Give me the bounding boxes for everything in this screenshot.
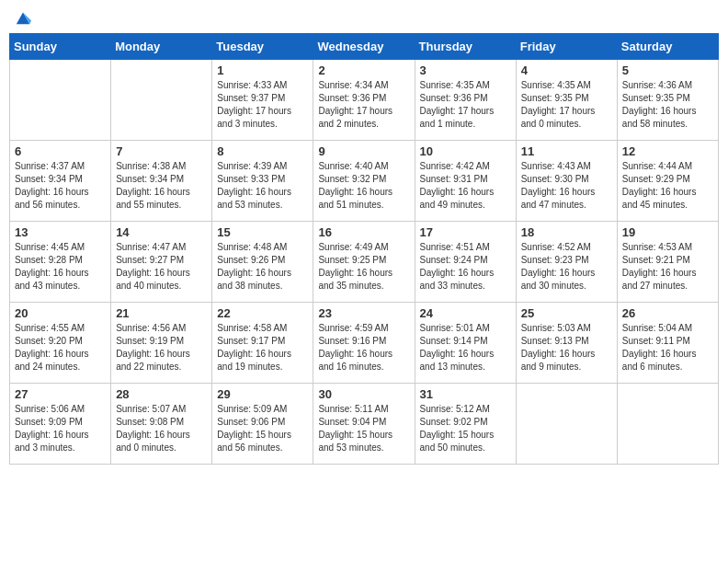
day-number: 28 xyxy=(116,387,207,401)
day-number: 17 xyxy=(420,225,511,239)
calendar-cell: 7Sunrise: 4:38 AM Sunset: 9:34 PM Daylig… xyxy=(111,141,212,222)
day-info: Sunrise: 4:49 AM Sunset: 9:25 PM Dayligh… xyxy=(318,241,409,293)
day-info: Sunrise: 4:39 AM Sunset: 9:33 PM Dayligh… xyxy=(217,160,308,212)
calendar-header-tuesday: Tuesday xyxy=(212,34,313,60)
day-number: 9 xyxy=(318,144,409,158)
calendar-cell: 25Sunrise: 5:03 AM Sunset: 9:13 PM Dayli… xyxy=(516,303,617,384)
day-number: 14 xyxy=(116,225,207,239)
calendar-cell: 22Sunrise: 4:58 AM Sunset: 9:17 PM Dayli… xyxy=(212,303,313,384)
day-info: Sunrise: 5:12 AM Sunset: 9:02 PM Dayligh… xyxy=(420,403,511,454)
day-number: 6 xyxy=(15,144,106,158)
day-number: 20 xyxy=(15,306,106,320)
logo xyxy=(13,9,31,26)
day-number: 23 xyxy=(318,306,409,320)
calendar-header-sunday: Sunday xyxy=(10,34,111,60)
day-info: Sunrise: 4:55 AM Sunset: 9:20 PM Dayligh… xyxy=(15,322,106,373)
calendar-cell: 9Sunrise: 4:40 AM Sunset: 9:32 PM Daylig… xyxy=(313,141,415,222)
calendar-cell: 28Sunrise: 5:07 AM Sunset: 9:08 PM Dayli… xyxy=(111,384,212,465)
day-number: 11 xyxy=(521,144,612,158)
calendar-cell: 15Sunrise: 4:48 AM Sunset: 9:26 PM Dayli… xyxy=(212,222,313,303)
calendar-week-row: 27Sunrise: 5:06 AM Sunset: 9:09 PM Dayli… xyxy=(10,384,719,465)
day-info: Sunrise: 4:34 AM Sunset: 9:36 PM Dayligh… xyxy=(318,79,409,131)
day-info: Sunrise: 4:44 AM Sunset: 9:29 PM Dayligh… xyxy=(622,160,713,212)
day-number: 22 xyxy=(217,306,308,320)
day-number: 4 xyxy=(521,63,612,77)
day-info: Sunrise: 4:47 AM Sunset: 9:27 PM Dayligh… xyxy=(116,241,207,293)
calendar-week-row: 1Sunrise: 4:33 AM Sunset: 9:37 PM Daylig… xyxy=(10,60,719,141)
calendar-cell xyxy=(10,60,111,141)
calendar-week-row: 13Sunrise: 4:45 AM Sunset: 9:28 PM Dayli… xyxy=(10,222,719,303)
calendar-cell: 14Sunrise: 4:47 AM Sunset: 9:27 PM Dayli… xyxy=(111,222,212,303)
day-info: Sunrise: 5:06 AM Sunset: 9:09 PM Dayligh… xyxy=(15,403,106,454)
calendar-cell: 1Sunrise: 4:33 AM Sunset: 9:37 PM Daylig… xyxy=(212,60,313,141)
day-info: Sunrise: 4:59 AM Sunset: 9:16 PM Dayligh… xyxy=(318,322,409,373)
calendar-cell: 19Sunrise: 4:53 AM Sunset: 9:21 PM Dayli… xyxy=(617,222,718,303)
day-info: Sunrise: 4:52 AM Sunset: 9:23 PM Dayligh… xyxy=(521,241,612,293)
calendar-cell: 2Sunrise: 4:34 AM Sunset: 9:36 PM Daylig… xyxy=(313,60,415,141)
day-number: 10 xyxy=(420,144,511,158)
calendar-cell: 21Sunrise: 4:56 AM Sunset: 9:19 PM Dayli… xyxy=(111,303,212,384)
day-number: 26 xyxy=(622,306,713,320)
day-info: Sunrise: 5:07 AM Sunset: 9:08 PM Dayligh… xyxy=(116,403,207,454)
day-number: 16 xyxy=(318,225,409,239)
calendar-header-row: SundayMondayTuesdayWednesdayThursdayFrid… xyxy=(10,34,719,60)
day-info: Sunrise: 4:33 AM Sunset: 9:37 PM Dayligh… xyxy=(217,79,308,131)
day-info: Sunrise: 5:11 AM Sunset: 9:04 PM Dayligh… xyxy=(318,403,409,454)
calendar-cell: 3Sunrise: 4:35 AM Sunset: 9:36 PM Daylig… xyxy=(415,60,516,141)
calendar-cell: 18Sunrise: 4:52 AM Sunset: 9:23 PM Dayli… xyxy=(516,222,617,303)
day-info: Sunrise: 4:48 AM Sunset: 9:26 PM Dayligh… xyxy=(217,241,308,293)
day-info: Sunrise: 4:51 AM Sunset: 9:24 PM Dayligh… xyxy=(420,241,511,293)
day-number: 27 xyxy=(15,387,106,401)
day-number: 24 xyxy=(420,306,511,320)
day-number: 5 xyxy=(622,63,713,77)
day-info: Sunrise: 4:38 AM Sunset: 9:34 PM Dayligh… xyxy=(116,160,207,212)
calendar-cell: 24Sunrise: 5:01 AM Sunset: 9:14 PM Dayli… xyxy=(415,303,516,384)
day-info: Sunrise: 4:40 AM Sunset: 9:32 PM Dayligh… xyxy=(318,160,409,212)
calendar-cell: 26Sunrise: 5:04 AM Sunset: 9:11 PM Dayli… xyxy=(617,303,718,384)
day-info: Sunrise: 4:42 AM Sunset: 9:31 PM Dayligh… xyxy=(420,160,511,212)
calendar-cell: 30Sunrise: 5:11 AM Sunset: 9:04 PM Dayli… xyxy=(313,384,415,465)
day-number: 31 xyxy=(420,387,511,401)
calendar-cell: 31Sunrise: 5:12 AM Sunset: 9:02 PM Dayli… xyxy=(415,384,516,465)
day-number: 25 xyxy=(521,306,612,320)
day-number: 15 xyxy=(217,225,308,239)
day-info: Sunrise: 5:09 AM Sunset: 9:06 PM Dayligh… xyxy=(217,403,308,454)
calendar-week-row: 6Sunrise: 4:37 AM Sunset: 9:34 PM Daylig… xyxy=(10,141,719,222)
calendar-cell: 11Sunrise: 4:43 AM Sunset: 9:30 PM Dayli… xyxy=(516,141,617,222)
calendar-cell: 5Sunrise: 4:36 AM Sunset: 9:35 PM Daylig… xyxy=(617,60,718,141)
calendar-cell: 17Sunrise: 4:51 AM Sunset: 9:24 PM Dayli… xyxy=(415,222,516,303)
day-number: 12 xyxy=(622,144,713,158)
day-number: 30 xyxy=(318,387,409,401)
day-number: 18 xyxy=(521,225,612,239)
logo-icon xyxy=(15,9,31,26)
calendar-cell: 4Sunrise: 4:35 AM Sunset: 9:35 PM Daylig… xyxy=(516,60,617,141)
calendar-cell: 29Sunrise: 5:09 AM Sunset: 9:06 PM Dayli… xyxy=(212,384,313,465)
day-info: Sunrise: 4:45 AM Sunset: 9:28 PM Dayligh… xyxy=(15,241,106,293)
day-number: 1 xyxy=(217,63,308,77)
day-info: Sunrise: 5:01 AM Sunset: 9:14 PM Dayligh… xyxy=(420,322,511,373)
day-info: Sunrise: 5:03 AM Sunset: 9:13 PM Dayligh… xyxy=(521,322,612,373)
calendar-week-row: 20Sunrise: 4:55 AM Sunset: 9:20 PM Dayli… xyxy=(10,303,719,384)
day-number: 8 xyxy=(217,144,308,158)
day-info: Sunrise: 4:36 AM Sunset: 9:35 PM Dayligh… xyxy=(622,79,713,131)
day-number: 3 xyxy=(420,63,511,77)
calendar-header-monday: Monday xyxy=(111,34,212,60)
calendar-cell xyxy=(516,384,617,465)
calendar-cell: 16Sunrise: 4:49 AM Sunset: 9:25 PM Dayli… xyxy=(313,222,415,303)
calendar-cell xyxy=(111,60,212,141)
calendar-cell: 13Sunrise: 4:45 AM Sunset: 9:28 PM Dayli… xyxy=(10,222,111,303)
calendar-cell: 10Sunrise: 4:42 AM Sunset: 9:31 PM Dayli… xyxy=(415,141,516,222)
calendar-cell: 12Sunrise: 4:44 AM Sunset: 9:29 PM Dayli… xyxy=(617,141,718,222)
calendar-header-thursday: Thursday xyxy=(415,34,516,60)
day-info: Sunrise: 4:58 AM Sunset: 9:17 PM Dayligh… xyxy=(217,322,308,373)
day-number: 21 xyxy=(116,306,207,320)
day-info: Sunrise: 4:53 AM Sunset: 9:21 PM Dayligh… xyxy=(622,241,713,293)
day-info: Sunrise: 4:35 AM Sunset: 9:35 PM Dayligh… xyxy=(521,79,612,131)
day-number: 7 xyxy=(116,144,207,158)
calendar-cell: 8Sunrise: 4:39 AM Sunset: 9:33 PM Daylig… xyxy=(212,141,313,222)
calendar-table: SundayMondayTuesdayWednesdayThursdayFrid… xyxy=(9,33,719,465)
page-header xyxy=(9,9,719,26)
calendar-cell: 27Sunrise: 5:06 AM Sunset: 9:09 PM Dayli… xyxy=(10,384,111,465)
day-info: Sunrise: 4:35 AM Sunset: 9:36 PM Dayligh… xyxy=(420,79,511,131)
calendar-cell xyxy=(617,384,718,465)
